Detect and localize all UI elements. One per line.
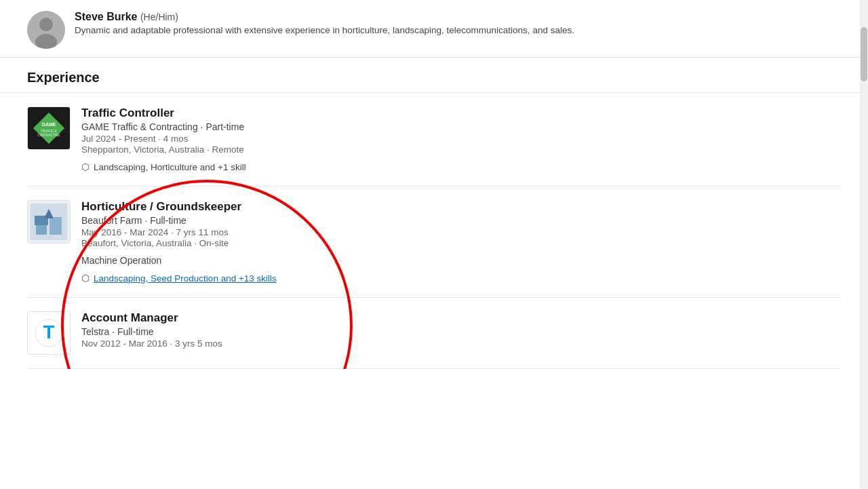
job-title-account-manager: Account Manager xyxy=(81,311,841,325)
location-line-beaufort: Beaufort, Victoria, Australia · On-site xyxy=(81,238,841,248)
skill-tag-beaufort: ⬡ Landscaping, Seed Production and +13 s… xyxy=(81,273,841,283)
company-line-telstra: Telstra · Full-time xyxy=(81,326,841,337)
experience-details-traffic-controller: Traffic Controller GAME Traffic & Contra… xyxy=(81,106,841,172)
experience-item-traffic-controller: GAME TRAFFIC & CONTRACTING Traffic Contr… xyxy=(27,93,841,187)
experience-item-horticulture: Horticulture / Groundskeeper Beaufort Fa… xyxy=(27,187,841,298)
company-logo-telstra: T xyxy=(27,311,71,355)
company-logo-game: GAME TRAFFIC & CONTRACTING xyxy=(27,106,71,150)
svg-rect-11 xyxy=(50,217,62,235)
date-line-telstra: Nov 2012 - Mar 2016 · 3 yrs 5 mos xyxy=(81,338,841,349)
job-title-traffic-controller: Traffic Controller xyxy=(81,106,841,120)
diamond-icon-beaufort: ⬡ xyxy=(81,273,90,283)
beaufort-logo xyxy=(28,200,70,243)
profile-header: Steve Burke (He/Him) Dynamic and adaptab… xyxy=(0,0,868,58)
date-line-game: Jul 2024 - Present · 4 mos xyxy=(81,134,841,144)
svg-point-1 xyxy=(39,18,53,31)
company-line-game: GAME Traffic & Contracting · Part-time xyxy=(81,121,841,132)
profile-bio: Dynamic and adaptable professional with … xyxy=(75,24,841,37)
svg-text:GAME: GAME xyxy=(42,122,56,127)
svg-text:TRAFFIC &: TRAFFIC & xyxy=(41,130,56,133)
svg-text:CONTRACTING: CONTRACTING xyxy=(38,134,60,137)
profile-info: Steve Burke (He/Him) Dynamic and adaptab… xyxy=(75,11,841,37)
svg-rect-9 xyxy=(36,224,47,235)
pronouns-text: (He/Him) xyxy=(140,12,178,22)
location-line-game: Shepparton, Victoria, Australia · Remote xyxy=(81,144,841,155)
machine-op-text: Machine Operation xyxy=(81,255,841,266)
experience-item-account-manager: T Account Manager Telstra · Full-time No… xyxy=(27,298,841,369)
employment-type-telstra: Full-time xyxy=(117,326,154,337)
skills-link-beaufort[interactable]: Landscaping, Seed Production and +13 ski… xyxy=(94,273,277,283)
game-logo: GAME TRAFFIC & CONTRACTING xyxy=(28,106,70,150)
scrollbar-track[interactable] xyxy=(860,0,868,369)
company-name-beaufort: Beaufort Farm xyxy=(81,215,142,226)
company-name-game: GAME Traffic & Contracting xyxy=(81,121,198,132)
employment-type-beaufort: Full-time xyxy=(150,215,186,226)
experience-list: GAME TRAFFIC & CONTRACTING Traffic Contr… xyxy=(0,93,868,369)
experience-section-heading: Experience xyxy=(0,58,868,93)
profile-name: Steve Burke (He/Him) xyxy=(75,11,841,23)
date-line-beaufort: May 2016 - Mar 2024 · 7 yrs 11 mos xyxy=(81,227,841,237)
telstra-logo: T xyxy=(28,311,70,355)
job-title-horticulture: Horticulture / Groundskeeper xyxy=(81,200,841,214)
name-text: Steve Burke xyxy=(75,11,138,22)
svg-text:T: T xyxy=(43,321,54,343)
avatar xyxy=(27,11,65,49)
company-logo-beaufort xyxy=(27,200,71,243)
company-name-telstra: Telstra xyxy=(81,326,109,337)
diamond-icon-game: ⬡ xyxy=(81,161,90,172)
experience-details-account-manager: Account Manager Telstra · Full-time Nov … xyxy=(81,311,841,349)
experience-details-horticulture: Horticulture / Groundskeeper Beaufort Fa… xyxy=(81,200,841,283)
skill-tag-game: ⬡ Landscaping, Horticulture and +1 skill xyxy=(81,161,841,172)
company-line-beaufort: Beaufort Farm · Full-time xyxy=(81,215,841,226)
page-container: Steve Burke (He/Him) Dynamic and adaptab… xyxy=(0,0,868,369)
employment-type-game: Part-time xyxy=(205,121,244,132)
skills-text-game: Landscaping, Horticulture and +1 skill xyxy=(94,162,246,172)
scrollbar-thumb[interactable] xyxy=(861,27,867,81)
